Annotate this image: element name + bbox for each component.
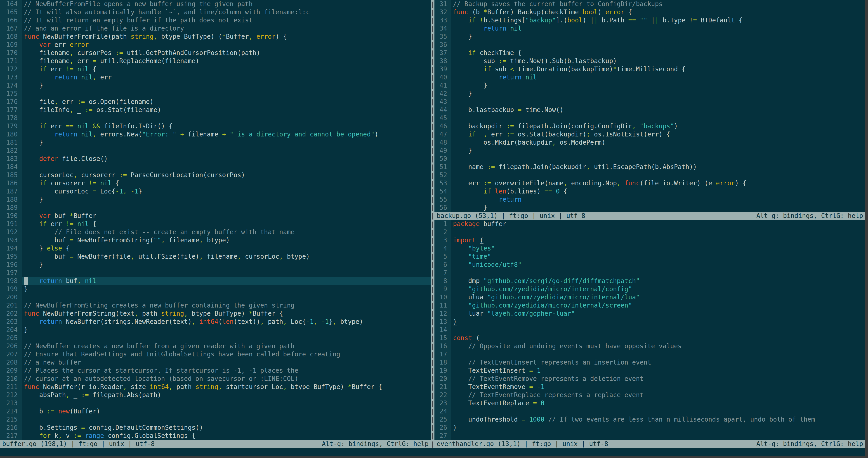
- code-line[interactable]: 179 if err == nil && fileInfo.IsDir() {: [0, 122, 431, 130]
- code-text[interactable]: [451, 228, 865, 236]
- code-text[interactable]: // Backup saves the current buffer to Co…: [451, 0, 865, 8]
- code-text[interactable]: import (: [451, 236, 865, 245]
- code-text[interactable]: [22, 90, 431, 98]
- code-line[interactable]: 165// It will also automatically handle …: [0, 8, 431, 16]
- code-text[interactable]: return nil: [451, 73, 865, 82]
- code-line[interactable]: 3import (: [434, 236, 865, 245]
- code-text[interactable]: if len(b.lines) == 0 {: [451, 188, 865, 196]
- code-line[interactable]: 194 } else {: [0, 245, 431, 253]
- code-text[interactable]: // TextEventRemove represents a deletion…: [451, 375, 865, 383]
- editor-pane-backup-go[interactable]: 31// Backup saves the current buffer to …: [434, 0, 865, 212]
- code-text[interactable]: // NewBufferFromString creates a new buf…: [22, 302, 431, 310]
- code-text[interactable]: ): [451, 318, 865, 326]
- code-line[interactable]: 49 }: [434, 147, 865, 155]
- code-text[interactable]: return: [451, 196, 865, 204]
- code-text[interactable]: ): [451, 424, 865, 432]
- code-line[interactable]: 46 backupdir := filepath.Join(config.Con…: [434, 122, 865, 130]
- code-line[interactable]: 15const (: [434, 334, 865, 342]
- code-line[interactable]: 11 "github.com/zyedidia/micro/internal/s…: [434, 302, 865, 310]
- code-text[interactable]: // a new buffer: [22, 359, 431, 367]
- code-text[interactable]: func NewBuffer(r io.Reader, size int64, …: [22, 383, 431, 391]
- code-text[interactable]: "github.com/zyedidia/micro/internal/conf…: [451, 285, 865, 293]
- code-line[interactable]: 182: [0, 147, 431, 155]
- code-line[interactable]: 13): [434, 318, 865, 326]
- code-line[interactable]: 214 b := new(Buffer): [0, 407, 431, 416]
- code-text[interactable]: [22, 204, 431, 212]
- code-text[interactable]: if cursorerr != nil {: [22, 179, 431, 188]
- code-text[interactable]: }: [22, 326, 431, 334]
- code-line[interactable]: 36: [434, 41, 865, 49]
- code-line[interactable]: 53 err := overwriteFile(name, encoding.N…: [434, 179, 865, 188]
- code-text[interactable]: const (: [451, 334, 865, 342]
- code-text[interactable]: b.Settings = config.DefaultCommonSetting…: [22, 424, 431, 432]
- code-text[interactable]: buf = NewBuffer(file, util.FSize(file), …: [22, 253, 431, 261]
- code-text[interactable]: // File does not exist -- create an empt…: [22, 228, 431, 236]
- code-text[interactable]: // TextEventReplace represents a replace…: [451, 391, 865, 399]
- code-line[interactable]: 56 }: [434, 204, 865, 212]
- code-line[interactable]: 16 // Opposite and undoing events must h…: [434, 342, 865, 350]
- code-line[interactable]: 209// Places the cursor at startcursor. …: [0, 367, 431, 375]
- code-text[interactable]: defer file.Close(): [22, 155, 431, 163]
- code-line[interactable]: 176 file, err := os.Open(filename): [0, 98, 431, 106]
- code-line[interactable]: 187 cursorLoc = Loc{-1, -1}: [0, 188, 431, 196]
- code-line[interactable]: 55 return: [434, 196, 865, 204]
- code-line[interactable]: 188 }: [0, 196, 431, 204]
- code-text[interactable]: func NewBufferFromString(text, path stri…: [22, 310, 431, 318]
- code-text[interactable]: // It will also automatically handle `~`…: [22, 8, 431, 16]
- code-line[interactable]: 41 }: [434, 82, 865, 90]
- code-text[interactable]: b.lastbackup = time.Now(): [451, 106, 865, 114]
- code-text[interactable]: [451, 171, 865, 179]
- code-line[interactable]: 12 luar "layeh.com/gopher-luar": [434, 310, 865, 318]
- code-line[interactable]: 190 var buf *Buffer: [0, 212, 431, 220]
- split-divider[interactable]: ||||||||||||||||||||||||||||||||||||||||…: [431, 0, 434, 448]
- code-text[interactable]: [451, 432, 865, 440]
- code-text[interactable]: }: [451, 33, 865, 41]
- code-text[interactable]: }: [22, 285, 431, 293]
- code-line[interactable]: 207// Ensure that ReadSettings and InitG…: [0, 350, 431, 359]
- code-text[interactable]: [451, 326, 865, 334]
- code-text[interactable]: package buffer: [451, 220, 865, 228]
- code-text[interactable]: }: [451, 90, 865, 98]
- code-text[interactable]: [22, 163, 431, 171]
- code-text[interactable]: }: [451, 82, 865, 90]
- code-text[interactable]: "unicode/utf8": [451, 261, 865, 269]
- code-text[interactable]: sub := time.Now().Sub(b.lastbackup): [451, 57, 865, 65]
- code-text[interactable]: TextEventInsert = 1: [451, 367, 865, 375]
- code-text[interactable]: [22, 147, 431, 155]
- code-line[interactable]: 6 "unicode/utf8": [434, 261, 865, 269]
- code-text[interactable]: cursorLoc, cursorerr := ParseCursorLocat…: [22, 171, 431, 179]
- code-text[interactable]: b := new(Buffer): [22, 407, 431, 416]
- code-line[interactable]: 4 "bytes": [434, 245, 865, 253]
- code-line[interactable]: 217 for k, v := range config.GlobalSetti…: [0, 432, 431, 440]
- code-line[interactable]: 177 fileInfo, _ := os.Stat(filename): [0, 106, 431, 114]
- code-line[interactable]: 35 }: [434, 33, 865, 41]
- code-line[interactable]: 204}: [0, 326, 431, 334]
- code-text[interactable]: [22, 416, 431, 424]
- code-line[interactable]: 166// It will return an empty buffer if …: [0, 16, 431, 24]
- code-line[interactable]: 5 "time": [434, 253, 865, 261]
- code-text[interactable]: [451, 114, 865, 122]
- code-line[interactable]: 170 filename, cursorPos := util.GetPathA…: [0, 49, 431, 57]
- code-text[interactable]: // NewBufferFromFile opens a new buffer …: [22, 0, 431, 8]
- code-line[interactable]: 25 undoThreshold = 1000 // If two events…: [434, 416, 865, 424]
- code-text[interactable]: "bytes": [451, 245, 865, 253]
- code-text[interactable]: var err error: [22, 41, 431, 49]
- code-line[interactable]: 51 name := filepath.Join(backupdir, util…: [434, 163, 865, 171]
- code-text[interactable]: "github.com/zyedidia/micro/internal/scre…: [451, 302, 865, 310]
- code-text[interactable]: ulua "github.com/zyedidia/micro/internal…: [451, 293, 865, 302]
- code-line[interactable]: 186 if cursorerr != nil {: [0, 179, 431, 188]
- code-text[interactable]: }: [22, 261, 431, 269]
- code-line[interactable]: 27: [434, 432, 865, 440]
- editor-pane-eventhandler-go[interactable]: 1package buffer23import (4 "bytes"5 "tim…: [434, 220, 865, 440]
- code-line[interactable]: 197: [0, 269, 431, 277]
- code-text[interactable]: TextEventRemove = -1: [451, 383, 865, 391]
- code-line[interactable]: 7: [434, 269, 865, 277]
- code-line[interactable]: 8 dmp "github.com/sergi/go-diff/diffmatc…: [434, 277, 865, 285]
- code-text[interactable]: fileInfo, _ := os.Stat(filename): [22, 106, 431, 114]
- code-line[interactable]: 54 if len(b.lines) == 0 {: [434, 188, 865, 196]
- code-text[interactable]: [451, 98, 865, 106]
- code-line[interactable]: 34 return nil: [434, 24, 865, 33]
- code-line[interactable]: 198 return buf, nil: [0, 277, 431, 285]
- code-line[interactable]: 183 defer file.Close(): [0, 155, 431, 163]
- code-line[interactable]: 193 buf = NewBufferFromString("", filena…: [0, 236, 431, 245]
